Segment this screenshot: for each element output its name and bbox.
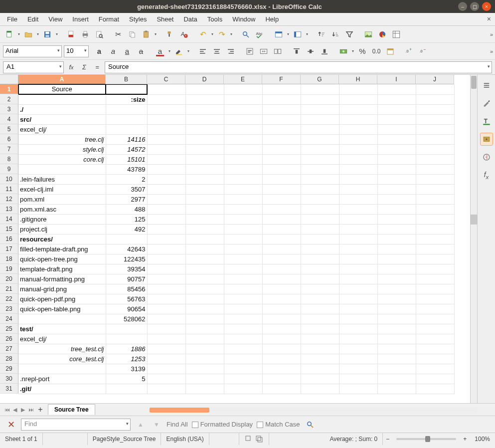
row-header-20[interactable]: 20	[0, 274, 18, 284]
cell-G17[interactable]	[301, 244, 339, 254]
highlight-color-button[interactable]	[172, 45, 185, 58]
cell-D2[interactable]	[185, 94, 224, 104]
row-header-28[interactable]: 28	[0, 354, 18, 364]
find-replace-button[interactable]	[239, 28, 252, 41]
cell-D6[interactable]	[185, 134, 224, 144]
cell-A23[interactable]: quick-open-table.png	[18, 304, 106, 314]
cell-A25[interactable]: test/	[18, 324, 106, 334]
cell-G11[interactable]	[301, 184, 339, 194]
cell-C18[interactable]	[147, 254, 185, 264]
paste-button[interactable]	[140, 28, 153, 41]
cell-B7[interactable]: 14572	[106, 144, 147, 154]
cell-D29[interactable]	[185, 364, 224, 374]
cell-D1[interactable]	[185, 84, 224, 94]
row-header-22[interactable]: 22	[0, 294, 18, 304]
cell-F23[interactable]	[262, 304, 301, 314]
cell-I8[interactable]	[377, 154, 416, 164]
cell-I5[interactable]	[377, 124, 416, 134]
cell-H4[interactable]	[339, 114, 377, 124]
column-header-B[interactable]: B	[106, 75, 147, 84]
cell-A8[interactable]: core.clj	[18, 154, 106, 164]
cell-F1[interactable]	[262, 84, 301, 94]
cell-J31[interactable]	[416, 384, 454, 394]
cell-F5[interactable]	[262, 124, 301, 134]
sidebar-styles-button[interactable]	[480, 97, 493, 110]
cell-G9[interactable]	[301, 164, 339, 174]
cell-E28[interactable]	[224, 354, 262, 364]
cell-E3[interactable]	[224, 104, 262, 114]
horizontal-scrollbar[interactable]	[150, 408, 477, 413]
cell-G2[interactable]	[301, 94, 339, 104]
cell-A16[interactable]: resources/	[18, 234, 106, 244]
cell-F26[interactable]	[262, 334, 301, 344]
cell-E18[interactable]	[224, 254, 262, 264]
cell-A2[interactable]	[18, 94, 106, 104]
cell-B4[interactable]	[106, 114, 147, 124]
sidebar-functions-button[interactable]	[480, 151, 493, 164]
save-button[interactable]	[41, 28, 54, 41]
row-header-2[interactable]: 2	[0, 94, 18, 104]
cell-C22[interactable]	[147, 294, 185, 304]
cell-G28[interactable]	[301, 354, 339, 364]
cell-A30[interactable]: .nrepl-port	[18, 374, 106, 384]
cell-B29[interactable]: 3139	[106, 364, 147, 374]
cell-H13[interactable]	[339, 204, 377, 214]
cell-H7[interactable]	[339, 144, 377, 154]
cell-C2[interactable]	[147, 94, 185, 104]
wrap-text-button[interactable]	[243, 45, 256, 58]
undo-dropdown[interactable]: ▾	[210, 32, 214, 36]
cell-C23[interactable]	[147, 304, 185, 314]
cell-H5[interactable]	[339, 124, 377, 134]
cell-H11[interactable]	[339, 184, 377, 194]
cell-B11[interactable]: 3507	[106, 184, 147, 194]
redo-dropdown[interactable]: ▾	[229, 32, 233, 36]
cell-A14[interactable]: .gitignore	[18, 214, 106, 224]
formatted-display-checkbox[interactable]: Formatted Display	[192, 421, 253, 428]
paste-dropdown[interactable]: ▾	[154, 32, 158, 36]
cell-I26[interactable]	[377, 334, 416, 344]
cell-E5[interactable]	[224, 124, 262, 134]
cell-C26[interactable]	[147, 334, 185, 344]
cell-H31[interactable]	[339, 384, 377, 394]
menu-view[interactable]: View	[43, 14, 67, 24]
cell-G3[interactable]	[301, 104, 339, 114]
cell-H17[interactable]	[339, 244, 377, 254]
cell-F6[interactable]	[262, 134, 301, 144]
row-header-15[interactable]: 15	[0, 224, 18, 234]
find-replace-dialog-button[interactable]	[304, 419, 316, 431]
row-header-11[interactable]: 11	[0, 184, 18, 194]
cell-G21[interactable]	[301, 284, 339, 294]
cell-H25[interactable]	[339, 324, 377, 334]
cell-J1[interactable]	[416, 84, 454, 94]
cell-J20[interactable]	[416, 274, 454, 284]
cell-H18[interactable]	[339, 254, 377, 264]
cell-A5[interactable]: excel_clj/	[18, 124, 106, 134]
cell-C3[interactable]	[147, 104, 185, 114]
row-header-18[interactable]: 18	[0, 254, 18, 264]
cell-B13[interactable]: 488	[106, 204, 147, 214]
cell-A9[interactable]	[18, 164, 106, 174]
cell-G6[interactable]	[301, 134, 339, 144]
cell-H28[interactable]	[339, 354, 377, 364]
cell-A13[interactable]: pom.xml.asc	[18, 204, 106, 214]
cell-H23[interactable]	[339, 304, 377, 314]
cell-G30[interactable]	[301, 374, 339, 384]
cell-E22[interactable]	[224, 294, 262, 304]
cell-E9[interactable]	[224, 164, 262, 174]
column-header-D[interactable]: D	[185, 75, 224, 84]
strikethrough-button[interactable]: a	[135, 45, 148, 58]
new-button[interactable]	[3, 28, 16, 41]
find-close-button[interactable]: ✕	[5, 419, 17, 431]
cell-F16[interactable]	[262, 234, 301, 244]
cell-I14[interactable]	[377, 214, 416, 224]
cell-G22[interactable]	[301, 294, 339, 304]
cell-D9[interactable]	[185, 164, 224, 174]
cell-J23[interactable]	[416, 304, 454, 314]
cell-D4[interactable]	[185, 114, 224, 124]
column-dropdown[interactable]: ▾	[305, 32, 309, 36]
cell-A15[interactable]: project.clj	[18, 224, 106, 234]
cell-E17[interactable]	[224, 244, 262, 254]
cell-H9[interactable]	[339, 164, 377, 174]
font-color-dropdown[interactable]: ▾	[167, 49, 171, 53]
redo-button[interactable]: ↷	[215, 28, 228, 41]
